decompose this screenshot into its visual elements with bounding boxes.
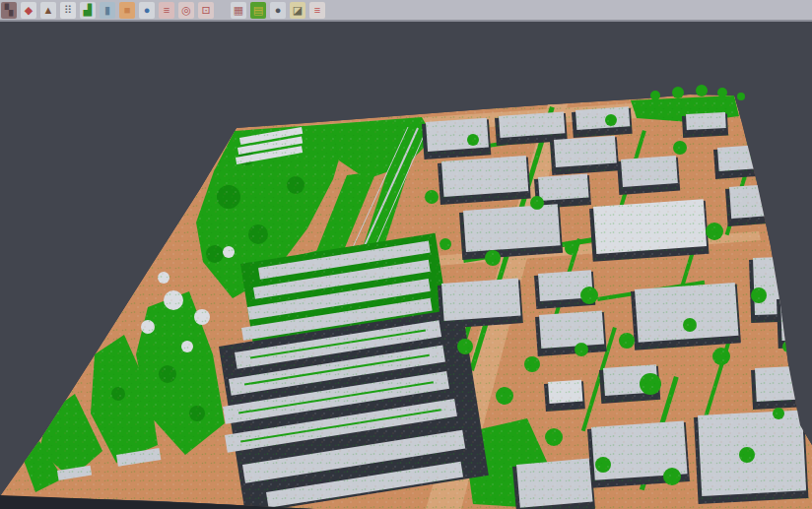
target-icon: ◎ (181, 5, 191, 16)
ortho-tile-icon: ■ (124, 5, 131, 16)
viewport-3d[interactable] (0, 24, 812, 509)
toolbar-separator (218, 10, 227, 11)
toolbar-button-flag[interactable]: ≡ (309, 2, 325, 19)
layers-list-icon: ≡ (164, 5, 169, 16)
toolbar-button-slice[interactable]: ▮ (100, 2, 115, 19)
toolbar-button-classification-map[interactable]: ▤ (250, 2, 266, 19)
terrain-model-canvas[interactable] (0, 24, 812, 509)
toolbar-button-ground-points[interactable]: ⠿ (60, 2, 76, 19)
toolbar-button-checker-sphere[interactable]: ▦ (231, 2, 246, 19)
flag-icon: ≡ (314, 5, 320, 16)
toolbar-button-layers-list[interactable]: ≡ (159, 2, 174, 19)
mesh-icon: ▚ (5, 5, 13, 16)
toolbar-button-terrain[interactable]: ▟ (80, 2, 96, 19)
toolbar-button-mesh[interactable]: ▚ (1, 2, 17, 19)
mountain-icon: ▲ (43, 5, 54, 16)
ground-points-icon: ⠿ (64, 5, 72, 16)
points-icon: ◆ (25, 5, 33, 16)
main-toolbar: ▚◆▲⠿▟▮■●≡◎⊡▦▤●◪≡ (0, 0, 812, 22)
toolbar-button-globe[interactable]: ● (139, 2, 155, 19)
hourglass-icon: ◪ (293, 5, 303, 16)
classification-map-icon: ▤ (253, 5, 263, 16)
toolbar-button-dark-sphere[interactable]: ● (270, 2, 286, 19)
toolbar-button-mountain[interactable]: ▲ (40, 2, 56, 19)
dark-sphere-icon: ● (275, 5, 282, 16)
selection-box-icon: ⊡ (201, 5, 210, 16)
toolbar-button-ortho-tile[interactable]: ■ (119, 2, 135, 19)
checker-sphere-icon: ▦ (234, 5, 243, 16)
application-window: ▚◆▲⠿▟▮■●≡◎⊡▦▤●◪≡ (0, 0, 812, 509)
globe-icon: ● (144, 5, 151, 16)
toolbar-button-points[interactable]: ◆ (21, 2, 36, 19)
slice-icon: ▮ (104, 5, 110, 16)
toolbar-button-selection-box[interactable]: ⊡ (198, 2, 214, 19)
terrain-icon: ▟ (84, 5, 92, 16)
toolbar-button-target[interactable]: ◎ (178, 2, 194, 19)
toolbar-button-hourglass[interactable]: ◪ (290, 2, 305, 19)
